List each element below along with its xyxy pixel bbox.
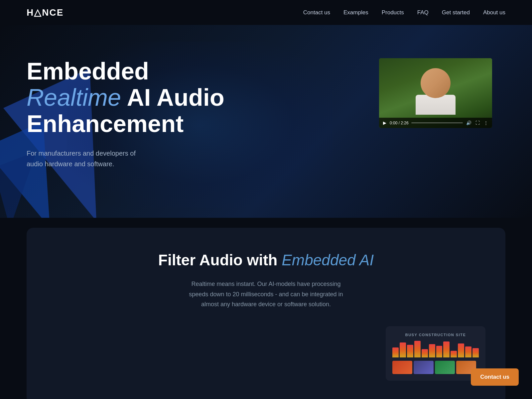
logo-triangle: △ bbox=[34, 7, 42, 18]
filter-title-normal: Filter Audio with bbox=[158, 251, 282, 269]
spectrum-bar bbox=[414, 341, 421, 357]
hero-section: Embedded Realtime AI Audio Enhancement F… bbox=[0, 25, 532, 218]
nav-item-get-started[interactable]: Get started bbox=[442, 9, 470, 16]
nav-link-get-started[interactable]: Get started bbox=[442, 9, 470, 16]
video-controls: ▶ 0:00 / 2:26 🔊 ⛶ ⋮ bbox=[379, 118, 492, 128]
hero-title: Embedded Realtime AI Audio Enhancement bbox=[27, 58, 224, 137]
hero-right: ▶ 0:00 / 2:26 🔊 ⛶ ⋮ bbox=[379, 52, 505, 128]
spectrum-bar bbox=[458, 343, 464, 357]
video-player[interactable]: ▶ 0:00 / 2:26 🔊 ⛶ ⋮ bbox=[379, 58, 492, 128]
video-options-button[interactable]: ⋮ bbox=[483, 120, 489, 126]
nav-links: Contact us Examples Products FAQ Get sta… bbox=[303, 9, 505, 16]
video-fullscreen-button[interactable]: ⛶ bbox=[475, 120, 480, 126]
nav-link-contact[interactable]: Contact us bbox=[303, 9, 330, 16]
spectrum-bar bbox=[400, 342, 406, 357]
card-preview: BUSY CONSTRUCTION SITE bbox=[386, 326, 485, 381]
spectrum-bar bbox=[472, 348, 479, 357]
video-mute-button[interactable]: 🔊 bbox=[466, 120, 472, 126]
hero-title-italic: Realtime bbox=[27, 84, 121, 111]
spectrum-bar bbox=[429, 344, 435, 357]
nav-item-faq[interactable]: FAQ bbox=[417, 9, 429, 16]
logo[interactable]: H△NCE bbox=[27, 7, 64, 18]
hero-text-block: Embedded Realtime AI Audio Enhancement F… bbox=[27, 52, 224, 169]
video-play-button[interactable]: ▶ bbox=[382, 120, 387, 126]
nav-item-about[interactable]: About us bbox=[483, 9, 505, 16]
card-label: BUSY CONSTRUCTION SITE bbox=[392, 333, 479, 337]
contact-float-button[interactable]: Contact us bbox=[471, 368, 519, 386]
spectrum-bar bbox=[392, 347, 399, 357]
spectrum-bar bbox=[422, 349, 428, 357]
nav-item-examples[interactable]: Examples bbox=[343, 9, 368, 16]
nav-item-products[interactable]: Products bbox=[382, 9, 404, 16]
nav-link-faq[interactable]: FAQ bbox=[417, 9, 429, 16]
video-progress-bar[interactable] bbox=[411, 122, 463, 123]
spectrum-bar bbox=[465, 346, 471, 357]
nav-item-contact[interactable]: Contact us bbox=[303, 9, 330, 16]
nav-link-about[interactable]: About us bbox=[483, 9, 505, 16]
spectrum-bar bbox=[451, 351, 457, 357]
spectrum-bar bbox=[443, 341, 450, 357]
video-time: 0:00 / 2:26 bbox=[390, 121, 409, 125]
filter-description: Realtime means instant. Our AI-models ha… bbox=[183, 279, 349, 310]
filter-section: Filter Audio with Embedded AI Realtime m… bbox=[27, 228, 505, 399]
spectrum-bar bbox=[436, 346, 443, 357]
hero-title-line3: Enhancement bbox=[27, 110, 184, 137]
spectrum-bar bbox=[407, 345, 413, 357]
filter-title-italic: Embedded AI bbox=[282, 251, 374, 269]
hero-subtitle: For manufacturers and developers of audi… bbox=[27, 148, 153, 169]
video-frame: ▶ 0:00 / 2:26 🔊 ⛶ ⋮ bbox=[379, 58, 492, 128]
filter-title: Filter Audio with Embedded AI bbox=[40, 251, 492, 269]
nav-link-products[interactable]: Products bbox=[382, 9, 404, 16]
hero-title-line2: AI Audio bbox=[121, 84, 224, 111]
navbar: H△NCE Contact us Examples Products FAQ G… bbox=[0, 0, 532, 25]
card-thumbnails bbox=[392, 361, 479, 374]
hero-title-line1: Embedded bbox=[27, 58, 149, 84]
logo-text: H△NCE bbox=[27, 7, 64, 18]
card-spectrum bbox=[392, 341, 479, 357]
nav-link-examples[interactable]: Examples bbox=[343, 9, 368, 16]
